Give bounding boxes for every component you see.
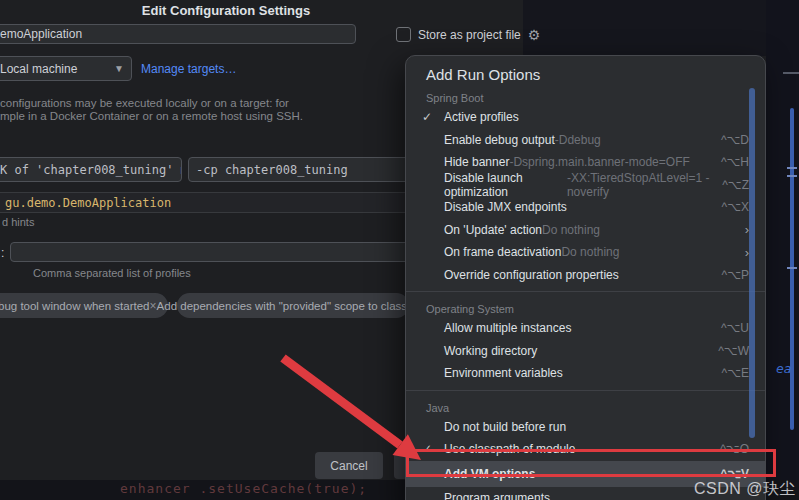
menu-item-override-configuration-properties[interactable]: Override configuration properties ^⌥P <box>406 264 765 287</box>
menu-item-label: Hide banner <box>444 155 509 169</box>
menu-item-label: Override configuration properties <box>444 268 619 282</box>
menu-item-label: Disable JMX endpoints <box>444 200 567 214</box>
run-on-target-value: Local machine <box>0 62 77 76</box>
menu-item-label: On frame deactivation <box>444 245 561 259</box>
store-as-project-file-checkbox[interactable] <box>396 27 411 42</box>
csdn-watermark: CSDN @玦尘 <box>694 479 796 500</box>
chip-label: Add dependencies with "provided" scope t… <box>157 300 430 312</box>
menu-item-label: Environment variables <box>444 366 563 380</box>
menu-item-label: Allow multiple instances <box>444 321 571 335</box>
menu-item-shortcut: ^⌥D <box>721 133 749 147</box>
target-description-line1: configurations may be executed locally o… <box>0 97 303 110</box>
manage-targets-link[interactable]: Manage targets… <box>141 62 236 76</box>
store-as-project-file-row: Store as project file ⚙ <box>396 27 540 42</box>
profiles-help-text: Comma separated list of profiles <box>33 267 191 279</box>
target-description-line2: mple in a Docker Container or on a remot… <box>0 110 303 123</box>
menu-item-suffix: Do nothing <box>561 245 619 259</box>
dialog-title: Edit Configuration Settings <box>0 3 452 18</box>
menu-item-shortcut: ^⌥W <box>718 344 749 358</box>
close-icon[interactable]: × <box>150 299 157 313</box>
add-run-options-popup: Add Run Options Spring Boot ✓ Active pro… <box>405 55 766 500</box>
menu-item-label: Program arguments <box>444 491 550 500</box>
menu-item-shortcut: ^⌥U <box>721 321 749 335</box>
jre-module-field[interactable]: K of 'chapter008_tuning' modu <box>0 157 182 182</box>
option-chip-debug-tool-window[interactable]: bug tool window when started × <box>0 293 168 318</box>
active-profiles-input[interactable] <box>10 242 410 262</box>
target-description: configurations may be executed locally o… <box>0 97 303 123</box>
editor-scrollbar[interactable] <box>790 108 794 430</box>
menu-item-shortcut: ^⌥Z <box>722 178 749 192</box>
checkmark-icon: ✓ <box>422 110 444 124</box>
menu-item-label: Enable debug output <box>444 133 555 147</box>
chevron-down-icon: ▼ <box>114 63 124 74</box>
editor-scroll-tick <box>787 267 797 269</box>
menu-item-do-not-build-before-run[interactable]: Do not build before run <box>406 416 765 439</box>
menu-item-disable-launch-optimization[interactable]: Disable launch optimization -XX:TieredSt… <box>406 174 765 197</box>
menu-item-label: Working directory <box>444 344 537 358</box>
classpath-value: -cp chapter008_tuning <box>196 163 348 177</box>
popup-title: Add Run Options <box>406 62 765 86</box>
section-header-operating-system: Operating System <box>406 297 765 317</box>
menu-item-environment-variables[interactable]: Environment variables ^⌥E <box>406 362 765 385</box>
menu-item-suffix: -Dspring.main.banner-mode=OFF <box>509 155 689 169</box>
menu-item-on-update-action[interactable]: On 'Update' action Do nothing › <box>406 219 765 242</box>
main-class-field[interactable]: gu.demo.DemoApplication <box>0 192 417 213</box>
cancel-button-label: Cancel <box>330 459 367 473</box>
popup-scrollbar[interactable] <box>749 88 755 438</box>
editor-gutter-dash <box>783 72 799 74</box>
configuration-name-value: emoApplication <box>0 27 82 41</box>
annotation-highlight-box <box>406 449 776 477</box>
menu-item-suffix: Do nothing <box>542 223 600 237</box>
menu-separator <box>406 390 765 391</box>
dimmed-code-line: enhancer .setUseCache(true); <box>120 481 367 496</box>
hints-label: d hints <box>2 216 34 228</box>
menu-item-label: Active profiles <box>444 110 519 124</box>
menu-item-label: Disable launch optimization <box>444 171 567 199</box>
menu-item-active-profiles[interactable]: ✓ Active profiles <box>406 106 765 129</box>
configuration-name-input[interactable]: emoApplication <box>0 24 356 44</box>
menu-item-shortcut: ^⌥X <box>722 200 749 214</box>
section-header-spring-boot: Spring Boot <box>406 86 765 106</box>
menu-item-suffix: -Ddebug <box>555 133 601 147</box>
menu-item-allow-multiple-instances[interactable]: Allow multiple instances ^⌥U <box>406 317 765 340</box>
cancel-button[interactable]: Cancel <box>315 452 383 479</box>
jre-module-value: K of 'chapter008_tuning' modu <box>0 163 182 177</box>
profiles-field-label: : <box>1 246 4 260</box>
menu-item-working-directory[interactable]: Working directory ^⌥W <box>406 340 765 363</box>
menu-item-on-frame-deactivation[interactable]: On frame deactivation Do nothing › <box>406 241 765 264</box>
section-header-java: Java <box>406 396 765 416</box>
menu-item-label: On 'Update' action <box>444 223 542 237</box>
menu-item-shortcut: ^⌥H <box>721 155 749 169</box>
menu-item-shortcut: ^⌥P <box>722 268 749 282</box>
editor-backdrop-top-right <box>523 0 799 56</box>
store-as-project-file-label: Store as project file <box>418 28 521 42</box>
editor-backdrop-right <box>766 0 799 500</box>
editor-code-fragment: ea <box>776 361 792 376</box>
menu-item-disable-jmx-endpoints[interactable]: Disable JMX endpoints ^⌥X <box>406 196 765 219</box>
menu-item-enable-debug-output[interactable]: Enable debug output -Ddebug ^⌥D <box>406 129 765 152</box>
menu-item-suffix: -XX:TieredStopAtLevel=1 -noverify <box>567 171 722 199</box>
chip-label: bug tool window when started <box>0 300 150 312</box>
gear-icon[interactable]: ⚙ <box>528 28 541 42</box>
menu-separator <box>406 291 765 292</box>
menu-item-label: Do not build before run <box>444 420 566 434</box>
option-chip-provided-scope[interactable]: Add dependencies with "provided" scope t… <box>177 293 409 318</box>
menu-item-shortcut: ^⌥E <box>722 366 749 380</box>
main-class-value: gu.demo.DemoApplication <box>5 196 171 210</box>
editor-scroll-tick <box>787 175 797 177</box>
classpath-field[interactable]: -cp chapter008_tuning <box>188 157 428 182</box>
run-on-target-select[interactable]: Local machine ▼ <box>0 56 132 81</box>
editor-scroll-tick <box>787 167 797 169</box>
